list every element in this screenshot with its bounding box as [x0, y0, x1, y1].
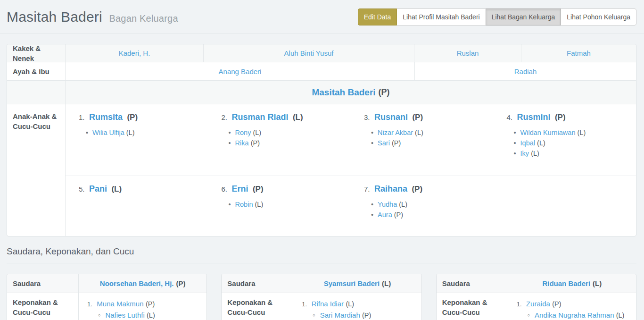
children-grid: 1. Rumsita (P) Wilia Ulfija (L) 2. Rusma…	[65, 104, 636, 236]
grandchild-link[interactable]: Rika	[235, 139, 249, 147]
child-link[interactable]: Pani	[89, 184, 107, 194]
view-profile-button[interactable]: Lihat Profil Masitah Baderi	[396, 8, 486, 25]
sibling-gender: (P)	[176, 279, 186, 287]
sibling-card: Saudara Noorsehan Baderi, Hj. (P) Kepona…	[7, 274, 207, 320]
child-link[interactable]: Rusman Riadi	[231, 112, 288, 122]
nephew-link[interactable]: Zuraida	[526, 300, 550, 308]
grandparent-cell: Aluh Binti Yusuf	[203, 44, 414, 62]
grandchildren-list: Robin (L)	[222, 199, 346, 210]
child-number: 5.	[79, 185, 85, 193]
page-header: Masitah Baderi Bagan Keluarga Edit Data …	[0, 0, 644, 34]
view-family-tree-button[interactable]: Lihat Pohon Keluarga	[561, 8, 636, 25]
grandchild-gender: (P)	[251, 139, 260, 147]
grandchild-item: Yudha (L)	[371, 199, 488, 210]
nephew-children-list: Nafies Luthfi (L)	[87, 310, 202, 320]
grandchildren-list: Rony (L) Rika (P)	[222, 127, 346, 148]
sibling-link[interactable]: Noorsehan Baderi, Hj.	[100, 279, 174, 287]
page-title-group: Masitah Baderi Bagan Keluarga	[7, 9, 178, 25]
grandchild-gender: (L)	[415, 129, 423, 136]
child-link[interactable]: Rusnani	[374, 112, 408, 122]
grandchild-link[interactable]: Nizar Akbar	[378, 129, 413, 136]
self-cell: Masitah Baderi (P)	[65, 81, 636, 104]
self-link[interactable]: Masitah Baderi	[312, 87, 375, 98]
sibling-name-cell: Syamsuri Baderi (L)	[293, 274, 421, 293]
grandchild-gender: (L)	[255, 201, 264, 208]
child-block: 4. Rusmini (P) Wildan Kurniawan (L) Iqba…	[494, 104, 636, 176]
action-button-group: Edit Data Lihat Profil Masitah Baderi Li…	[358, 8, 636, 25]
main-content: Kakek & Nenek Kaderi, H. Aluh Binti Yusu…	[0, 44, 644, 320]
grandchild-link[interactable]: Aura	[378, 211, 392, 219]
grandchild-item: Wilia Ulfija (L)	[86, 127, 203, 138]
child-heading: 3. Rusnani (P)	[364, 112, 488, 122]
grandparent-cell: Ruslan	[414, 44, 521, 62]
nephew-link[interactable]: Rifna Idiar	[312, 300, 344, 308]
child-link[interactable]: Erni	[231, 184, 248, 194]
grandchild-gender: (P)	[392, 139, 401, 147]
grandchild-gender: (L)	[126, 129, 135, 136]
nephews-cell: 1. Rifna Idiar (L) Sari Mardiah (P)	[293, 293, 421, 320]
view-family-chart-button[interactable]: Lihat Bagan Keluarga	[486, 8, 561, 25]
grandchild-link[interactable]: Wilia Ulfija	[92, 129, 124, 136]
edit-data-button[interactable]: Edit Data	[358, 8, 397, 25]
grandparent-link[interactable]: Fatmah	[567, 49, 591, 57]
nephew-child-gender: (P)	[362, 312, 371, 319]
grandchild-gender: (L)	[253, 129, 261, 136]
parents-label: Ayah & Ibu	[7, 62, 65, 80]
sibling-header-row: Saudara Noorsehan Baderi, Hj. (P)	[7, 274, 206, 293]
nephews-label: Keponakan & Cucu-Cucu	[437, 293, 508, 320]
child-gender: (L)	[293, 113, 303, 122]
grandchild-link[interactable]: Robin	[235, 201, 253, 208]
grandchild-gender: (L)	[399, 201, 407, 208]
sibling-name-cell: Noorsehan Baderi, Hj. (P)	[78, 274, 206, 293]
mother-link[interactable]: Radiah	[514, 67, 537, 76]
self-row: Masitah Baderi (P)	[7, 80, 636, 104]
grandchildren-list: Nizar Akbar (L) Sari (P)	[364, 127, 488, 148]
child-number: 3.	[364, 113, 370, 121]
child-number: 1.	[79, 113, 85, 121]
nephew-child-link[interactable]: Sari Mardiah	[320, 311, 360, 319]
nephew-link[interactable]: Muna Makmun	[97, 300, 143, 308]
page-subtitle: Bagan Keluarga	[109, 13, 178, 24]
sibling-gender: (L)	[593, 279, 602, 287]
child-number: 6.	[222, 185, 228, 193]
grandchild-link[interactable]: Rony	[235, 129, 251, 136]
self-gender: (P)	[379, 87, 390, 97]
grandchildren-list: Wilia Ulfija (L)	[79, 127, 203, 138]
nephew-number: 1.	[87, 301, 92, 308]
nephew-child-link[interactable]: Nafies Luthfi	[105, 311, 144, 319]
grandparent-link[interactable]: Aluh Binti Yusuf	[284, 49, 334, 57]
grandchild-gender: (L)	[531, 150, 539, 157]
nephew-child-link[interactable]: Andika Nugraha Rahman	[535, 311, 614, 319]
sibling-cards: Saudara Noorsehan Baderi, Hj. (P) Kepona…	[7, 274, 636, 320]
sibling-label: Saudara	[222, 274, 293, 293]
child-gender: (P)	[127, 113, 138, 122]
child-gender: (P)	[412, 185, 422, 194]
child-heading: 7. Raihana (P)	[364, 184, 488, 194]
grandchild-link[interactable]: Iqbal	[520, 139, 535, 147]
nephew-child-item: Sari Mardiah (P)	[313, 310, 416, 320]
nephew-children-list: Sari Mardiah (P)	[302, 310, 416, 320]
children-grid-row-1: 1. Rumsita (P) Wilia Ulfija (L) 2. Rusma…	[66, 104, 636, 176]
nephews-row: Keponakan & Cucu-Cucu 1. Rifna Idiar (L)…	[222, 293, 421, 320]
grandchild-item: Rika (P)	[229, 138, 346, 148]
sibling-link[interactable]: Riduan Baderi	[542, 279, 590, 287]
grandparent-link[interactable]: Kaderi, H.	[119, 49, 150, 57]
child-link[interactable]: Rusmini	[517, 112, 550, 122]
sibling-card: Saudara Syamsuri Baderi (L) Keponakan & …	[221, 274, 421, 320]
grandparent-link[interactable]: Ruslan	[457, 49, 479, 57]
grandchild-item: Rony (L)	[229, 127, 346, 138]
nephews-list: 1. Rifna Idiar (L) Sari Mardiah (P)	[298, 300, 416, 320]
child-link[interactable]: Rumsita	[89, 112, 123, 122]
grandchild-link[interactable]: Yudha	[378, 201, 397, 208]
child-gender: (P)	[412, 113, 423, 122]
child-number: 4.	[507, 113, 513, 121]
nephews-label: Keponakan & Cucu-Cucu	[222, 293, 293, 320]
grandchild-link[interactable]: Wildan Kurniawan	[520, 129, 576, 136]
father-link[interactable]: Anang Baderi	[219, 67, 262, 76]
grandchild-item: Iqbal (L)	[514, 138, 631, 148]
grandchild-link[interactable]: Sari	[378, 139, 390, 147]
nephew-gender: (P)	[552, 300, 561, 308]
sibling-link[interactable]: Syamsuri Baderi	[324, 279, 380, 287]
child-link[interactable]: Raihana	[374, 184, 407, 194]
grandchild-link[interactable]: Iky	[520, 150, 529, 157]
